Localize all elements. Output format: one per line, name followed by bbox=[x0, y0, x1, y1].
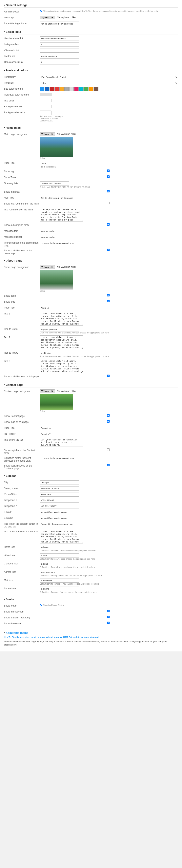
agreement-textarea[interactable]: Lorem ipsum dolor sit amet, consectetur … bbox=[40, 530, 83, 544]
color-swatch-lightgray[interactable] bbox=[69, 87, 74, 91]
about-text2-label: Text 2 bbox=[4, 335, 40, 339]
color-swatch-gray[interactable] bbox=[64, 87, 69, 91]
about-text1-textarea[interactable]: Lorem ipsum dolor sit amet, consectetur … bbox=[40, 312, 83, 326]
contact-bg-btn[interactable]: Wybierz plik bbox=[40, 390, 55, 393]
email2-input[interactable] bbox=[40, 516, 79, 520]
mail-icon-input[interactable] bbox=[40, 578, 79, 583]
show-logo-checkbox[interactable] bbox=[40, 169, 177, 172]
about-bg-delete[interactable]: Delete bbox=[40, 290, 45, 292]
color-swatch-yellow[interactable] bbox=[59, 87, 64, 91]
home-page-title-input[interactable] bbox=[40, 161, 79, 165]
phone1-input[interactable] bbox=[40, 498, 79, 502]
facebook-label: Your facebook link bbox=[4, 36, 40, 40]
about-icon-input[interactable] bbox=[40, 553, 79, 558]
font-size-select[interactable]: 14px bbox=[40, 81, 178, 85]
color-swatch-orange[interactable] bbox=[89, 87, 94, 91]
vkontakte-label: VKontakte link bbox=[4, 48, 40, 52]
home-bg-preview bbox=[40, 137, 73, 157]
contact-page-title-input[interactable] bbox=[40, 426, 79, 430]
show-footer-checkbox[interactable] bbox=[40, 604, 42, 607]
show-timer-checkbox[interactable] bbox=[40, 176, 177, 178]
message-text-input[interactable] bbox=[40, 229, 79, 234]
color-swatch-pink[interactable] bbox=[74, 87, 79, 91]
contacts-icon-input[interactable] bbox=[40, 562, 79, 566]
contact-bg-delete[interactable]: Delete bbox=[40, 410, 45, 412]
show-comment-label: Show text 'Comment on the main' bbox=[4, 202, 40, 205]
about-show-page-checkbox[interactable] bbox=[40, 294, 177, 297]
contact-text-below-textarea[interactable]: Let your contact information. We'll get … bbox=[40, 438, 83, 447]
phone-icon-input[interactable] bbox=[40, 587, 79, 591]
color-swatch-green[interactable] bbox=[84, 87, 88, 91]
contact-show-logo-checkbox[interactable] bbox=[40, 420, 177, 423]
about-page-title: 'About' page bbox=[4, 257, 178, 263]
facebook-input[interactable] bbox=[40, 36, 79, 41]
contact-show-social-checkbox[interactable] bbox=[40, 464, 177, 466]
home-bg-delete[interactable]: Delete bbox=[40, 157, 45, 159]
show-main-text-checkbox[interactable] bbox=[40, 190, 177, 192]
individual-color-input[interactable] bbox=[40, 93, 51, 96]
contact-h1-input[interactable] bbox=[40, 432, 79, 436]
bg-color-input[interactable] bbox=[40, 104, 51, 108]
text-color-input[interactable] bbox=[40, 99, 51, 102]
home-show-social-checkbox[interactable] bbox=[40, 249, 177, 251]
contact-bg-preview bbox=[40, 394, 73, 410]
about-icon-text3-input[interactable] bbox=[40, 351, 79, 355]
comment-label: Text 'Comment on the main' bbox=[4, 208, 40, 211]
odnoklassniki-input[interactable] bbox=[40, 60, 79, 64]
street-input[interactable] bbox=[40, 486, 79, 491]
mail-icon-hint: Default icon: fa-envelope. You can choos… bbox=[40, 583, 178, 585]
instagram-input[interactable] bbox=[40, 42, 79, 47]
about-icon-text2-input[interactable] bbox=[40, 327, 79, 332]
home-icon-input[interactable] bbox=[40, 545, 79, 549]
color-swatch-brown[interactable] bbox=[94, 87, 98, 91]
home-bg-btn[interactable]: Wybierz plik bbox=[40, 132, 55, 136]
city-input[interactable] bbox=[40, 480, 79, 485]
about-page-title-input[interactable] bbox=[40, 306, 79, 310]
comment-textarea[interactable]: The Key To Start theme is a creative, mo… bbox=[40, 208, 83, 221]
about-text2-textarea[interactable]: Lorem ipsum dolor sit amet, consectetur … bbox=[40, 335, 83, 349]
consent-button-input[interactable] bbox=[40, 241, 79, 245]
font-family-select[interactable]: Fira Sans (Google Fonts) bbox=[40, 75, 178, 79]
color-swatch-darkred[interactable] bbox=[50, 87, 54, 91]
color-swatch-red[interactable] bbox=[54, 87, 59, 91]
opening-date-input[interactable] bbox=[40, 181, 69, 186]
color-swatch-cyan[interactable] bbox=[79, 87, 84, 91]
show-platform-checkbox[interactable] bbox=[40, 616, 177, 618]
about-text3-textarea[interactable]: Lorem ipsum dolor sit amet, consectetur … bbox=[40, 359, 83, 373]
signature-input[interactable] bbox=[40, 456, 79, 460]
show-subscription-label: Show subscription form bbox=[4, 223, 40, 226]
email1-input[interactable] bbox=[40, 510, 79, 515]
vkontakte-input[interactable] bbox=[40, 48, 79, 53]
twitter-input[interactable] bbox=[40, 54, 79, 59]
contact-page-title: Contact page bbox=[4, 382, 178, 388]
show-subscription-checkbox[interactable] bbox=[40, 223, 177, 226]
show-copyright-checkbox[interactable] bbox=[40, 610, 177, 612]
show-contact-checkbox[interactable] bbox=[40, 414, 177, 417]
about-icon-text2-hint: Enter font-awesome icon class here. You … bbox=[40, 332, 178, 334]
home-bg-none: Nie wybrano pliku bbox=[57, 133, 76, 135]
about-theme-title: • About this theme bbox=[4, 631, 178, 634]
bg-opacity-input[interactable] bbox=[40, 111, 51, 115]
about-bg-btn[interactable]: Wybierz plik bbox=[40, 265, 55, 269]
about-theme-intro: Key To Start is a creative, modern, prof… bbox=[4, 636, 178, 639]
page-title-input[interactable] bbox=[40, 22, 79, 26]
home-icon-label: Home icon bbox=[4, 545, 40, 549]
show-comment-checkbox[interactable] bbox=[40, 202, 177, 204]
show-developer-checkbox[interactable] bbox=[40, 622, 177, 624]
about-show-logo-checkbox[interactable] bbox=[40, 300, 177, 302]
bg-opacity-hint: 0 - transparent, 1 - opaque Default colo… bbox=[40, 115, 178, 122]
consent-text-input[interactable] bbox=[40, 522, 79, 526]
admin-sidebar-checkbox[interactable] bbox=[40, 10, 42, 12]
color-swatch-blue[interactable] bbox=[40, 87, 44, 91]
show-captcha-checkbox[interactable] bbox=[40, 448, 177, 451]
font-family-label: Font family bbox=[4, 75, 40, 78]
your-logo-btn[interactable]: Wybierz plik bbox=[40, 16, 55, 19]
color-swatch-darkblue[interactable] bbox=[45, 87, 49, 91]
room-input[interactable] bbox=[40, 492, 79, 497]
address-icon-input[interactable] bbox=[40, 570, 79, 574]
about-show-social-checkbox[interactable] bbox=[40, 375, 177, 377]
message-subject-input[interactable] bbox=[40, 235, 79, 239]
contact-show-logo-label: Show logo on this page bbox=[4, 420, 40, 424]
main-text-input[interactable] bbox=[40, 196, 79, 200]
phone2-input[interactable] bbox=[40, 504, 79, 508]
